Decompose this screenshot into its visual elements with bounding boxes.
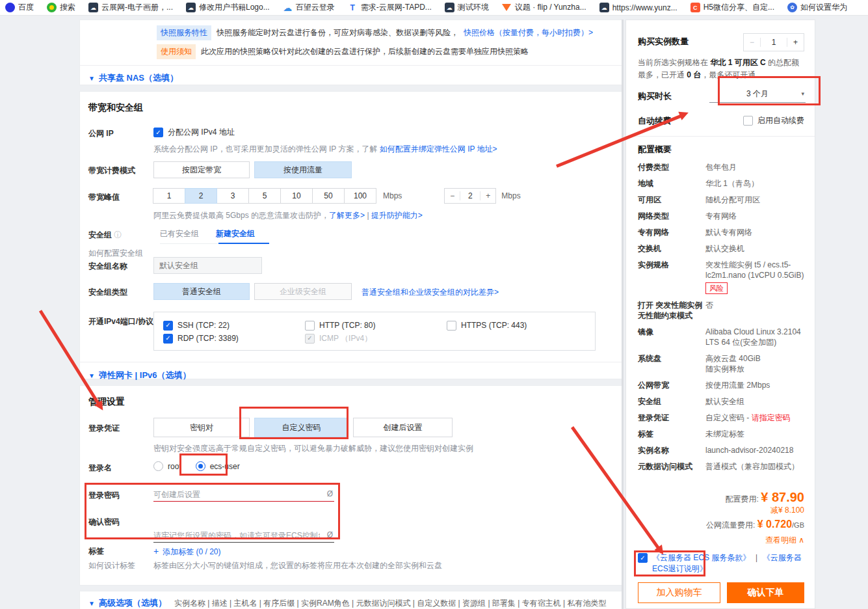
add-to-cart-button[interactable]: 加入购物车 xyxy=(638,582,720,603)
bandwidth-option-2[interactable]: 2 xyxy=(185,188,217,204)
plus-button[interactable]: + xyxy=(480,191,495,200)
http-checkbox[interactable] xyxy=(305,321,315,331)
port-rdp[interactable]: RDP (TCP: 3389) xyxy=(163,334,305,344)
public-ipv4-label: 分配公网 IPv4 地址 xyxy=(168,127,235,138)
bandwidth-stepper-value[interactable]: 2 xyxy=(460,191,480,200)
agreement-checkbox[interactable] xyxy=(638,553,648,563)
sg-type-normal[interactable]: 普通安全组 xyxy=(153,283,250,300)
bookmark-gitlab[interactable]: 议题 · flip / Yunzha... xyxy=(502,2,586,13)
sg-type-enterprise[interactable]: 企业级安全组 xyxy=(254,283,352,300)
minus-button[interactable]: − xyxy=(744,38,761,47)
yunzhan-icon xyxy=(599,3,609,12)
bandwidth-option-5[interactable]: 5 xyxy=(248,188,281,204)
sg-name-input[interactable] xyxy=(153,257,262,274)
radio-icon[interactable] xyxy=(153,461,163,471)
bookmark-tapd[interactable]: 需求-云展网-TAPD... xyxy=(348,2,432,13)
yunzhan-icon xyxy=(445,3,454,12)
password-input[interactable] xyxy=(153,487,334,502)
https-checkbox[interactable] xyxy=(447,321,456,331)
bandwidth-option-3[interactable]: 3 xyxy=(217,188,249,204)
login-name-label: 登录名 xyxy=(88,463,112,474)
summary-row: 标签未绑定标签 xyxy=(638,429,804,439)
plus-button[interactable]: + xyxy=(787,38,804,47)
traffic-fee-value: ¥ 0.720 xyxy=(757,519,792,530)
duration-select[interactable]: 3 个月 xyxy=(709,88,806,103)
login-ecsuser-radio[interactable]: ecs-user xyxy=(196,461,240,471)
port-https[interactable]: HTTPS (TCP: 443) xyxy=(447,321,586,331)
scroll-divider[interactable] xyxy=(622,20,624,609)
bookmark-test-env[interactable]: 测试环境 xyxy=(445,2,489,13)
billing-option-traffic[interactable]: 按使用流量 xyxy=(254,161,352,178)
bookmark-baiwang[interactable]: 百望云登录 xyxy=(283,2,335,13)
eip-help-link[interactable]: 如何配置并绑定弹性公网 IP 地址> xyxy=(380,144,497,154)
bookmark-search[interactable]: 搜索 xyxy=(47,2,75,13)
cred-after-create[interactable]: 创建后设置 xyxy=(353,418,453,437)
tag-help-link[interactable]: 如何设计标签 xyxy=(88,560,135,571)
auto-renew-checkbox-row[interactable]: 启用自动续费 xyxy=(743,115,804,126)
bookmark-huawei[interactable]: 如何设置华为 xyxy=(787,2,847,13)
port-icmp: ICMP （IPv4） xyxy=(305,333,447,344)
protection-link[interactable]: 提升防护能力> xyxy=(371,211,423,220)
ports-label: 开通IPv4端口/协议 xyxy=(88,316,153,327)
usage-notice-text: 此次应用的快照策略仅针对此次创建的云盘进行保护，后续新创建的云盘需要单独应用快照… xyxy=(201,46,529,57)
bandwidth-option-10[interactable]: 10 xyxy=(280,188,313,204)
gitlab-fox-icon xyxy=(502,3,512,12)
eye-off-icon[interactable] xyxy=(327,489,333,498)
rdp-checkbox[interactable] xyxy=(163,334,173,344)
sg-compare-link[interactable]: 普通安全组和企业级安全组的对比差异> xyxy=(362,287,499,298)
cred-keypair[interactable]: 密钥对 xyxy=(153,418,250,437)
add-tag-button[interactable]: 添加标签 (0 / 20) xyxy=(153,546,221,558)
public-ipv4-checkbox[interactable] xyxy=(153,128,163,137)
port-ssh[interactable]: SSH (TCP: 22) xyxy=(163,321,305,331)
section-eni[interactable]: 弹性网卡 | IPv6（选填） xyxy=(88,370,191,381)
bookmark-csdn[interactable]: H5微信分享、自定... xyxy=(690,2,774,13)
cred-custom-password[interactable]: 自定义密码 xyxy=(254,418,349,437)
bookmark-baidu[interactable]: 百度 xyxy=(5,2,34,13)
ecs-terms-link[interactable]: 《云服务器 ECS 服务条款》 xyxy=(652,553,750,562)
quantity-value[interactable]: 1 xyxy=(761,38,787,47)
port-http[interactable]: HTTP (TCP: 80) xyxy=(305,321,447,331)
tab-existing-sg[interactable]: 已有安全组 xyxy=(160,228,199,239)
bookmark-label: H5微信分享、自定... xyxy=(704,2,774,13)
public-ip-note: 系统会分配公网 IP，也可采用更加灵活的弹性公网 IP 方案，了解 xyxy=(153,144,380,154)
confirm-password-label: 确认密码 xyxy=(88,517,120,528)
bandwidth-option-100[interactable]: 100 xyxy=(344,188,376,204)
password-error-text: 请指定密码 xyxy=(752,413,791,422)
snapshot-panel: 快照服务特性 快照服务能定时对云盘进行备份，可应对病毒感染、数据误删等风险， 快… xyxy=(79,20,623,85)
bandwidth-option-1[interactable]: 1 xyxy=(153,188,185,204)
auto-renew-checkbox[interactable] xyxy=(743,116,753,126)
minus-button[interactable]: − xyxy=(445,191,460,200)
confirm-password-input[interactable] xyxy=(153,528,334,543)
security-group-label: 安全组 ⓘ xyxy=(88,230,122,241)
eye-off-icon[interactable] xyxy=(327,530,333,539)
sg-config-help-link[interactable]: 如何配置安全组 xyxy=(88,248,143,259)
summary-row: 交换机默认交换机 xyxy=(638,243,804,254)
bookmark-label: 搜索 xyxy=(60,2,75,13)
bandwidth-option-50[interactable]: 50 xyxy=(312,188,345,204)
separator: ｜ xyxy=(753,553,761,562)
bookmark-logo-edit[interactable]: 修改用户书籍Logo... xyxy=(186,2,270,13)
quantity-label: 购买实例数量 xyxy=(638,36,689,46)
login-root-radio[interactable]: root xyxy=(153,461,181,471)
chevron-down-icon xyxy=(88,372,95,379)
auto-renew-checkbox-label: 启用自动续费 xyxy=(757,115,804,126)
confirm-order-button[interactable]: 确认下单 xyxy=(727,582,804,603)
help-icon[interactable]: ⓘ xyxy=(114,230,122,239)
tab-new-sg[interactable]: 新建安全组 xyxy=(216,228,255,239)
ssh-checkbox[interactable] xyxy=(163,321,173,331)
port-label: HTTPS (TCP: 443) xyxy=(461,321,527,330)
nas-section-title: 共享盘 NAS（选填） xyxy=(99,72,178,84)
snapshot-price-link[interactable]: 快照价格（按量付费，每小时扣费）> xyxy=(464,27,593,38)
bandwidth-unit: Mbps xyxy=(501,191,520,200)
summary-row: 镜像Alibaba Cloud Linux 3.2104 LTS 64 位(安全… xyxy=(638,327,804,347)
radio-icon[interactable] xyxy=(196,461,205,471)
bookmark-yunz-url[interactable]: https://www.yunz... xyxy=(599,3,677,12)
view-detail-link[interactable]: 查看明细 ∧ xyxy=(638,535,804,546)
advanced-section-title[interactable]: 高级选项（选填） xyxy=(99,597,166,609)
bookmark-label: 百度 xyxy=(18,2,34,13)
learn-more-link[interactable]: 了解更多> xyxy=(329,211,365,220)
billing-option-fixed[interactable]: 按固定带宽 xyxy=(153,161,250,178)
section-nas[interactable]: 共享盘 NAS（选填） xyxy=(88,72,178,84)
bookmark-yunzhan[interactable]: 云展网-电子画册，... xyxy=(88,2,173,13)
chevron-down-icon xyxy=(801,90,804,97)
